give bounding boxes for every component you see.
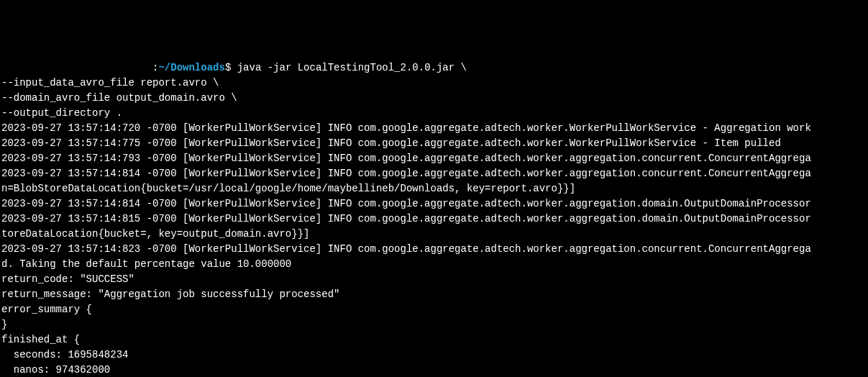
log-line-3: 2023-09-27 13:57:14:793 -0700 [WorkerPul… [1, 153, 811, 164]
log-line-15: finished_at { [1, 334, 80, 345]
log-line-16: seconds: 1695848234 [1, 349, 128, 360]
log-line-7: 2023-09-27 13:57:14:815 -0700 [WorkerPul… [1, 213, 811, 224]
prompt-dollar: $ [225, 62, 237, 73]
log-line-2: 2023-09-27 13:57:14:775 -0700 [WorkerPul… [1, 137, 781, 149]
log-line-17: nanos: 974362000 [1, 364, 110, 376]
terminal-window[interactable]: :~/Downloads$ java -jar LocalTestingTool… [0, 60, 868, 377]
log-line-11: return_code: "SUCCESS" [1, 273, 134, 285]
log-line-12: return_message: "Aggregation job success… [1, 289, 339, 300]
log-line-4: 2023-09-27 13:57:14:814 -0700 [WorkerPul… [1, 168, 811, 179]
prompt-path: ~/Downloads [158, 62, 224, 73]
log-line-6: 2023-09-27 13:57:14:814 -0700 [WorkerPul… [1, 198, 811, 209]
log-line-1: 2023-09-27 13:57:14:720 -0700 [WorkerPul… [1, 122, 811, 134]
log-line-14: } [1, 319, 7, 330]
log-line-13: error_summary { [1, 304, 92, 315]
prompt-host-hidden [1, 62, 152, 73]
command-line-1: java -jar LocalTestingTool_2.0.0.jar \ [237, 62, 467, 73]
command-line-2: --input_data_avro_file report.avro \ [1, 77, 219, 88]
log-line-8: toreDataLocation{bucket=, key=output_dom… [1, 228, 309, 240]
log-line-9: 2023-09-27 13:57:14:823 -0700 [WorkerPul… [1, 243, 811, 255]
log-line-5: n=BlobStoreDataLocation{bucket=/usr/loca… [1, 183, 575, 194]
command-line-3: --domain_avro_file output_domain.avro \ [1, 92, 237, 104]
command-line-4: --output_directory . [1, 107, 122, 119]
log-line-10: d. Taking the default percentage value 1… [1, 258, 291, 270]
